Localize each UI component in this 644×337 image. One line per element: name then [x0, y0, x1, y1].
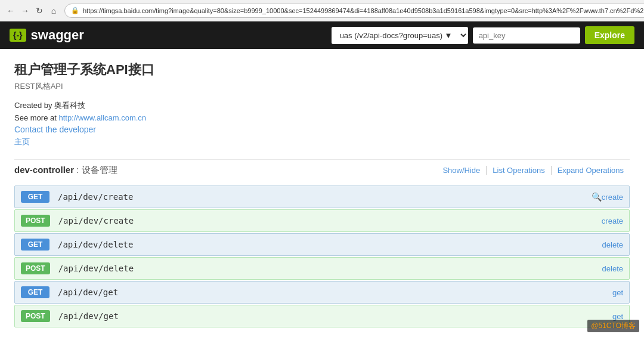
home-button[interactable]: ⌂ [48, 5, 60, 17]
api-path: /api/dev/create [58, 192, 588, 202]
description-prefix: See more at [14, 113, 58, 122]
watermark: @51CTO博客 [587, 320, 639, 332]
api-summary: get [612, 288, 623, 297]
controller-actions: Show/Hide List Operations Expand Operati… [436, 166, 630, 175]
expand-operations-link[interactable]: Expand Operations [552, 166, 630, 175]
controller-section: dev-controller : 设备管理 Show/Hide List Ope… [14, 159, 630, 327]
swagger-header: {-} swagger uas (/v2/api-docs?group=uas)… [0, 21, 644, 49]
api-summary: delete [602, 240, 623, 249]
main-link[interactable]: 主页 [14, 137, 630, 147]
swagger-logo: {-} swagger [10, 27, 84, 43]
refresh-button[interactable]: ↻ [33, 5, 45, 17]
method-badge: GET [21, 191, 49, 203]
contact-link[interactable]: Contact the developer [14, 125, 96, 134]
api-row[interactable]: GET/api/dev/create🔍create [14, 185, 630, 208]
list-operations-link[interactable]: List Operations [487, 166, 551, 175]
magnifier-icon: 🔍 [592, 192, 602, 202]
main-content: 租户管理子系统API接口 REST风格API Created by 奥看科技 S… [0, 49, 644, 337]
explore-button[interactable]: Explore [585, 26, 634, 44]
api-row[interactable]: POST/api/dev/getget [14, 305, 630, 327]
address-bar[interactable]: 🔒 https://timgsa.baidu.com/timg?image&qu… [64, 4, 644, 18]
browser-nav-buttons: ← → ↻ ⌂ [5, 5, 60, 17]
controller-name: dev-controller [14, 165, 74, 175]
method-badge: POST [21, 215, 50, 227]
swagger-controls: uas (/v2/api-docs?group=uas) ▼ Explore [332, 26, 634, 44]
api-row[interactable]: GET/api/dev/deletedelete [14, 233, 630, 256]
method-badge: GET [21, 239, 49, 251]
back-button[interactable]: ← [5, 5, 17, 17]
api-row[interactable]: GET/api/dev/getget [14, 281, 630, 304]
controller-header: dev-controller : 设备管理 Show/Hide List Ope… [14, 159, 630, 181]
lock-icon: 🔒 [71, 7, 79, 14]
show-hide-link[interactable]: Show/Hide [436, 166, 487, 175]
api-row[interactable]: POST/api/dev/deletedelete [14, 257, 630, 280]
api-key-input[interactable] [473, 27, 580, 44]
description-line2: See more at http://www.allcam.com.cn [14, 113, 630, 122]
api-row[interactable]: POST/api/dev/createcreate [14, 209, 630, 232]
api-path: /api/dev/delete [58, 264, 602, 273]
controller-title: dev-controller : 设备管理 [14, 165, 117, 176]
api-selector[interactable]: uas (/v2/api-docs?group=uas) ▼ [332, 27, 468, 44]
url-text: https://timgsa.baidu.com/timg?image&qual… [83, 7, 644, 14]
api-path: /api/dev/get [58, 311, 612, 321]
swagger-logo-text: swagger [31, 27, 84, 43]
api-summary: create [602, 193, 623, 202]
api-rows-container: GET/api/dev/create🔍createPOST/api/dev/cr… [14, 185, 630, 327]
api-path: /api/dev/get [58, 287, 612, 297]
method-badge: GET [21, 286, 49, 298]
api-path: /api/dev/delete [58, 240, 602, 249]
method-badge: POST [21, 310, 50, 322]
api-title: 租户管理子系统API接口 [14, 61, 630, 79]
forward-button[interactable]: → [19, 5, 31, 17]
controller-desc: : 设备管理 [76, 165, 117, 175]
api-subtitle: REST风格API [14, 81, 630, 92]
description-link[interactable]: http://www.allcam.com.cn [58, 113, 146, 122]
api-summary: delete [602, 264, 623, 273]
browser-chrome: ← → ↻ ⌂ 🔒 https://timgsa.baidu.com/timg?… [0, 0, 644, 21]
api-summary: create [602, 217, 623, 225]
description-line1: Created by 奥看科技 [14, 100, 630, 111]
contact-line: Contact the developer [14, 125, 630, 134]
swagger-logo-icon: {-} [10, 29, 26, 42]
method-badge: POST [21, 262, 50, 274]
api-path: /api/dev/create [58, 216, 602, 225]
